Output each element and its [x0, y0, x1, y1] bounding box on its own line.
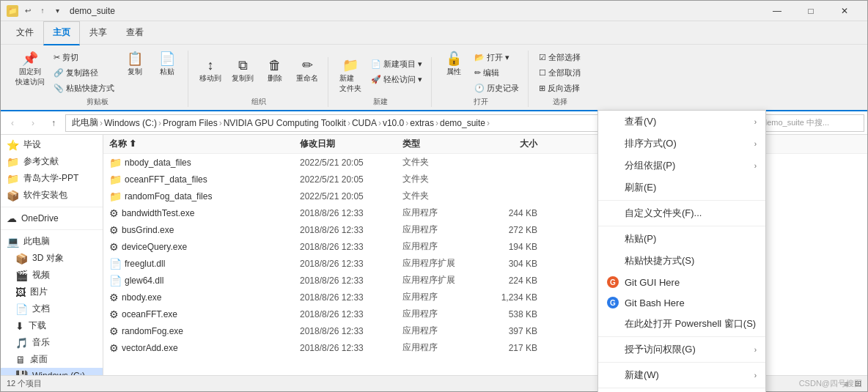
sidebar-item-thispc[interactable]: 💻 此电脑 — [1, 233, 103, 250]
sidebar-item-3d[interactable]: 📦 3D 对象 — [1, 250, 103, 267]
file-date: 2022/5/21 20:05 — [294, 174, 397, 185]
file-size: 217 KB — [485, 343, 543, 353]
header-name[interactable]: 名称 ⬆ — [103, 138, 294, 150]
context-menu-item[interactable]: G Git Bash Here — [598, 292, 765, 313]
3d-icon: 📦 — [15, 253, 28, 265]
rename-button[interactable]: ✏ 重命名 — [293, 57, 322, 85]
cm-item-label: 粘贴快捷方式(S) — [625, 254, 694, 267]
cut-button[interactable]: ✂ 剪切 — [51, 51, 117, 64]
sidebar-item-docs[interactable]: 📄 文档 — [1, 300, 103, 317]
file-icon: 📄 — [109, 275, 122, 286]
sidebar-item-software[interactable]: 📦 软件安装包 — [1, 187, 103, 204]
context-menu-item[interactable]: 排序方式(O) › — [598, 133, 765, 155]
sidebar-item-cankaowenxian[interactable]: 📁 参考文献 — [1, 153, 103, 170]
close-button[interactable]: ✕ — [828, 1, 861, 21]
file-size: 1,234 KB — [485, 292, 543, 303]
tab-home[interactable]: 主页 — [43, 21, 80, 45]
cm-item-left: 刷新(E) — [607, 181, 656, 194]
tab-view[interactable]: 查看 — [117, 21, 153, 44]
file-icon: ⚙ — [109, 308, 119, 320]
ribbon-group-open: 🔓 属性 📂 打开 ▾ ✏ 编辑 🕐 — [433, 51, 529, 107]
delete-icon: 🗑 — [268, 59, 282, 72]
cm-item-label: 授予访问权限(G) — [625, 343, 696, 356]
delete-button[interactable]: 🗑 删除 — [260, 57, 290, 85]
copy-path-icon: 🔗 — [54, 68, 64, 78]
ribbon-group-select: ☑ 全部选择 ☐ 全部取消 ⊞ 反向选择 选择 — [530, 48, 589, 107]
cm-item-left: 排序方式(O) — [607, 137, 677, 150]
forward-button[interactable]: › — [24, 114, 42, 132]
context-menu-item[interactable]: 自定义文件夹(F)... — [598, 202, 765, 224]
sidebar-item-label: 参考文献 — [23, 155, 59, 168]
new-folder-button[interactable]: 📁 新建文件夹 — [336, 57, 365, 95]
file-name-text: nbody_data_files — [125, 158, 191, 168]
cm-item-label: 自定义文件夹(F)... — [625, 207, 702, 220]
context-menu-item[interactable]: 新建(W) › — [598, 364, 765, 386]
file-name-text: randomFog_data_files — [125, 191, 212, 201]
minimize-button[interactable]: — — [760, 1, 794, 21]
context-menu-item[interactable]: 授予访问权限(G) › — [598, 339, 765, 360]
header-date[interactable]: 修改日期 — [294, 138, 397, 150]
cm-item-left: 自定义文件夹(F)... — [607, 207, 702, 220]
file-date: 2018/8/26 12:33 — [294, 242, 397, 252]
deselect-all-button[interactable]: ☐ 全部取消 — [536, 66, 584, 80]
ribbon-group-organize: ↕ 移动到 ⧉ 复制到 🗑 删除 ✏ 重命名 — [190, 57, 328, 107]
file-icon: ⚙ — [109, 342, 119, 354]
sidebar-item-desktop[interactable]: 🖥 桌面 — [1, 351, 103, 368]
invert-icon: ⊞ — [539, 84, 545, 93]
header-type[interactable]: 类型 — [397, 138, 485, 150]
file-size: 397 KB — [485, 326, 543, 336]
sidebar-item-video[interactable]: 🎬 视频 — [1, 267, 103, 284]
context-menu-item[interactable]: 查看(V) › — [598, 111, 765, 133]
up-button[interactable]: ↑ — [45, 114, 62, 132]
context-menu-item[interactable]: 在此处打开 Powershell 窗口(S) — [598, 313, 765, 335]
tab-file[interactable]: 文件 — [7, 21, 43, 44]
sidebar-item-downloads[interactable]: ⬇ 下载 — [1, 317, 103, 334]
copy-path-button[interactable]: 🔗 复制路径 — [51, 66, 117, 80]
open-button[interactable]: 📂 打开 ▾ — [471, 51, 522, 64]
sidebar-item-label: 音乐 — [32, 336, 50, 349]
downloads-icon: ⬇ — [15, 320, 24, 332]
sidebar-item-onedrive[interactable]: ☁ OneDrive — [1, 210, 103, 226]
select-all-icon: ☑ — [539, 53, 546, 62]
path-segment: NVIDIA GPU Computing Toolkit — [224, 118, 346, 128]
clipboard-label: 剪贴板 — [87, 97, 108, 107]
qa-dropdown[interactable]: ▾ — [51, 4, 64, 18]
context-menu-item[interactable]: 分组依据(P) › — [598, 155, 765, 177]
file-size: 304 KB — [485, 259, 543, 269]
select-all-button[interactable]: ☑ 全部选择 — [536, 51, 584, 64]
header-size[interactable]: 大小 — [485, 138, 543, 150]
easy-access-button[interactable]: 🚀 轻松访问 ▾ — [368, 73, 425, 86]
copy-to-button[interactable]: ⧉ 复制到 — [228, 57, 257, 85]
file-date: 2022/5/21 20:05 — [294, 191, 397, 201]
paste-button[interactable]: 📄 粘贴 — [152, 51, 182, 78]
sidebar-item-music[interactable]: 🎵 音乐 — [1, 334, 103, 351]
sidebar-item-biye[interactable]: ⭐ 毕设 — [1, 136, 103, 153]
invert-selection-button[interactable]: ⊞ 反向选择 — [536, 81, 584, 95]
new-item-button[interactable]: 📄 新建项目 ▾ — [368, 57, 425, 71]
pin-quick-access-button[interactable]: 📌 固定到快速访问 — [12, 51, 48, 89]
move-to-button[interactable]: ↕ 移动到 — [196, 57, 225, 85]
context-menu-item[interactable]: 粘贴快捷方式(S) — [598, 250, 765, 272]
context-menu-item[interactable]: 粘贴(P) — [598, 228, 765, 250]
context-menu-item[interactable]: G Git GUI Here — [598, 272, 765, 292]
git-orange-icon: G — [607, 276, 619, 288]
file-name-text: oceanFFT_data_files — [125, 174, 207, 185]
paste-shortcut-button[interactable]: 📎 粘贴快捷方式 — [51, 81, 117, 95]
tab-share[interactable]: 共享 — [80, 21, 117, 44]
sidebar-item-windows-c[interactable]: 💾 Windows (C:) — [1, 368, 103, 375]
edit-button[interactable]: ✏ 编辑 — [471, 66, 522, 80]
qa-back[interactable]: ↩ — [21, 4, 34, 18]
sidebar-item-pictures[interactable]: 🖼 图片 — [1, 284, 103, 300]
history-button[interactable]: 🕐 历史记录 — [471, 81, 522, 95]
sidebar-item-ppt[interactable]: 📁 青岛大学-PPT — [1, 170, 103, 187]
maximize-button[interactable]: □ — [794, 1, 828, 21]
back-button[interactable]: ‹ — [4, 114, 21, 132]
copy-button[interactable]: 📋 复制 — [120, 51, 150, 78]
file-type: 文件夹 — [397, 173, 485, 185]
cm-item-left: G Git GUI Here — [607, 276, 680, 288]
rename-icon: ✏ — [302, 59, 313, 72]
qa-up[interactable]: ↑ — [36, 4, 49, 18]
file-name-text: freeglut.dll — [125, 259, 165, 269]
properties-button[interactable]: 🔓 属性 — [439, 51, 468, 78]
context-menu-item[interactable]: 刷新(E) — [598, 177, 765, 199]
